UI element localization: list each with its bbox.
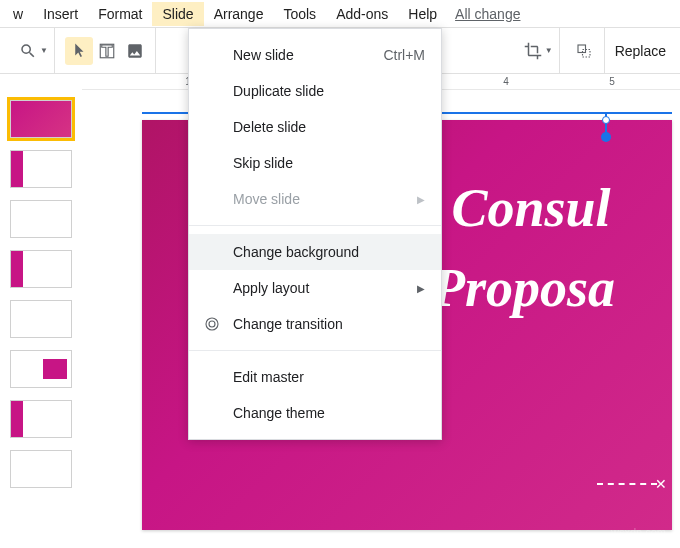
ruler-mark: 4 (503, 76, 509, 87)
submenu-arrow-icon: ▶ (417, 194, 425, 205)
svg-point-3 (206, 318, 218, 330)
menu-addons[interactable]: Add-ons (326, 2, 398, 26)
ruler-mark: 5 (609, 76, 615, 87)
slide-thumb-4[interactable] (10, 250, 72, 288)
menu-move-slide: Move slide ▶ (189, 181, 441, 217)
svg-rect-2 (582, 49, 590, 57)
watermark: wsxdn.com (611, 526, 666, 538)
menu-skip-slide[interactable]: Skip slide (189, 145, 441, 181)
zoom-icon[interactable] (14, 37, 42, 65)
crop-tool-icon[interactable] (519, 37, 547, 65)
slide-thumbnails (0, 90, 82, 548)
menu-separator (189, 225, 441, 226)
menubar: w Insert Format Slide Arrange Tools Add-… (0, 0, 680, 28)
image-tool-icon[interactable] (121, 37, 149, 65)
menu-label: Duplicate slide (233, 83, 324, 99)
menu-label: New slide (233, 47, 294, 63)
slide-thumb-5[interactable] (10, 300, 72, 338)
slide-thumb-6[interactable] (10, 350, 72, 388)
menu-help[interactable]: Help (398, 2, 447, 26)
slide-thumb-8[interactable] (10, 450, 72, 488)
menu-label: Change transition (233, 316, 343, 332)
menu-format[interactable]: Format (88, 2, 152, 26)
changes-saved-link[interactable]: All change (455, 6, 520, 22)
menu-tools[interactable]: Tools (273, 2, 326, 26)
menu-label: Move slide (233, 191, 300, 207)
select-tool-icon[interactable] (65, 37, 93, 65)
menu-separator (189, 350, 441, 351)
svg-point-4 (209, 321, 215, 327)
caret-down-icon[interactable]: ▼ (40, 46, 48, 55)
rotate-handle[interactable] (601, 132, 611, 142)
slide-thumb-2[interactable] (10, 150, 72, 188)
menu-label: Edit master (233, 369, 304, 385)
menu-label: Skip slide (233, 155, 293, 171)
slide-title-line2[interactable]: Proposa (432, 255, 615, 323)
menu-change-background[interactable]: Change background (189, 234, 441, 270)
mask-tool-icon[interactable] (570, 37, 598, 65)
menu-change-theme[interactable]: Change theme (189, 395, 441, 431)
replace-button[interactable]: Replace (609, 43, 672, 59)
slide-thumb-1[interactable] (10, 100, 72, 138)
menu-new-slide[interactable]: New slide Ctrl+M (189, 37, 441, 73)
menu-view[interactable]: w (3, 2, 33, 26)
slide-menu-dropdown: New slide Ctrl+M Duplicate slide Delete … (188, 28, 442, 440)
slide-thumb-7[interactable] (10, 400, 72, 438)
menu-shortcut: Ctrl+M (383, 47, 425, 63)
slide-thumb-3[interactable] (10, 200, 72, 238)
menu-label: Change background (233, 244, 359, 260)
transition-icon (203, 315, 221, 333)
menu-edit-master[interactable]: Edit master (189, 359, 441, 395)
menu-insert[interactable]: Insert (33, 2, 88, 26)
menu-delete-slide[interactable]: Delete slide (189, 109, 441, 145)
menu-apply-layout[interactable]: Apply layout ▶ (189, 270, 441, 306)
dashed-line (597, 483, 657, 485)
textbox-tool-icon[interactable] (93, 37, 121, 65)
svg-rect-1 (578, 45, 586, 53)
menu-duplicate-slide[interactable]: Duplicate slide (189, 73, 441, 109)
menu-arrange[interactable]: Arrange (204, 2, 274, 26)
menu-label: Apply layout (233, 280, 309, 296)
menu-slide[interactable]: Slide (152, 2, 203, 26)
submenu-arrow-icon: ▶ (417, 283, 425, 294)
menu-label: Change theme (233, 405, 325, 421)
close-x-icon[interactable]: ✕ (655, 476, 667, 492)
menu-label: Delete slide (233, 119, 306, 135)
menu-change-transition[interactable]: Change transition (189, 306, 441, 342)
selection-handle[interactable] (602, 116, 610, 124)
caret-down-icon[interactable]: ▼ (545, 46, 553, 55)
